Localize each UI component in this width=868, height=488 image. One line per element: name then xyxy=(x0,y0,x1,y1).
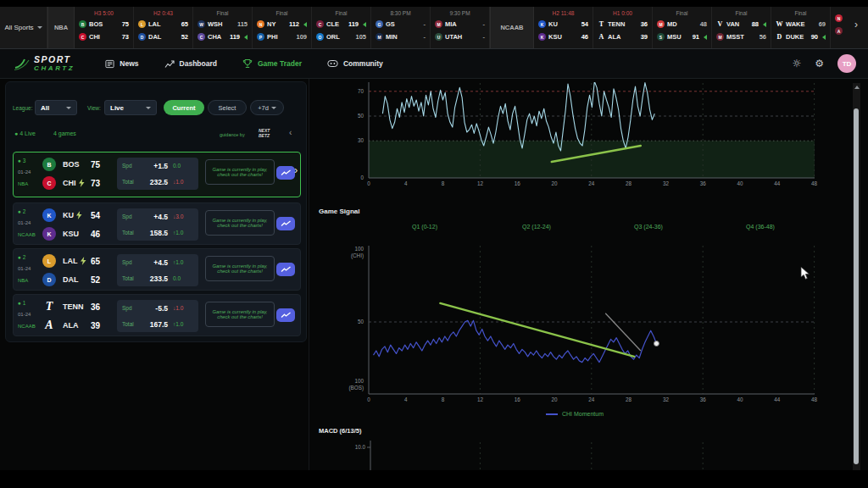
svg-text:28: 28 xyxy=(626,180,632,186)
game-status: H3 5:00 xyxy=(75,9,133,18)
team-score: 56 xyxy=(760,33,766,41)
team-score: 46 xyxy=(581,33,588,41)
team-logo: A xyxy=(835,27,843,35)
rsi-chart[interactable]: 705030004812162024283236404448 xyxy=(358,81,818,186)
team-abbr: CHI xyxy=(89,33,100,41)
signal-trendline-gray xyxy=(605,313,641,351)
game-status: Final xyxy=(193,9,252,18)
scrollbar-up-arrow[interactable] xyxy=(854,86,860,89)
brand-logo[interactable]: SPORT CHARTZ xyxy=(14,55,75,72)
team-row: WWAKE69 xyxy=(771,18,830,30)
svg-text:28: 28 xyxy=(626,396,632,402)
team-row: MMSST56 xyxy=(712,30,771,43)
team-abbr: PHI xyxy=(267,33,278,41)
current-point-dot xyxy=(654,341,659,347)
macd-chart[interactable]: 10.0 xyxy=(355,441,703,470)
ticker-game[interactable]: FinalWWAKE69DDUKE90 xyxy=(771,7,831,48)
nav-item-label: Game Trader xyxy=(258,59,302,68)
team-logo: A xyxy=(598,33,605,41)
winner-arrow-icon xyxy=(763,22,766,27)
ticker-game-partial[interactable]: NA› xyxy=(831,7,868,48)
svg-text:0: 0 xyxy=(367,180,370,186)
nav-item-news[interactable]: News xyxy=(105,58,138,69)
ticker-game[interactable]: FinalMMD48SMSU91 xyxy=(653,7,712,48)
ticker-game[interactable]: H2 11:48KKU54KKSU46 xyxy=(534,7,593,48)
team-abbr: DAL xyxy=(148,33,161,41)
team-score: 69 xyxy=(819,20,826,28)
team-row: GGS- xyxy=(371,18,430,30)
team-row: SMSU91 xyxy=(653,30,711,43)
team-score: 65 xyxy=(181,20,188,28)
team-logo: U xyxy=(435,33,442,41)
team-logo: N xyxy=(835,14,843,22)
team-abbr: CHA xyxy=(208,33,221,41)
team-score: 119 xyxy=(230,33,240,41)
svg-text:12: 12 xyxy=(477,396,484,402)
team-row: N xyxy=(831,12,868,25)
news-icon xyxy=(105,59,114,69)
scrollbar-thumb[interactable] xyxy=(854,108,859,464)
team-logo: M xyxy=(657,20,665,28)
team-abbr: LAL xyxy=(148,20,161,28)
ticker-game[interactable]: FinalVVAN88MMSST56 xyxy=(712,7,771,48)
ticker-league-ncaab: NCAAB xyxy=(490,7,534,48)
ticker-game[interactable]: FinalCCLE119OORL105 xyxy=(312,7,371,48)
theme-brightness-icon[interactable]: ☼ xyxy=(792,58,801,69)
settings-gear-icon[interactable]: ⚙ xyxy=(815,58,824,69)
nav-right: ☼ ⚙ TD xyxy=(792,54,856,73)
team-abbr: NY xyxy=(267,20,275,28)
charts-canvas[interactable]: 705030004812162024283236404448100(CHI)50… xyxy=(0,79,868,470)
nav-item-label: News xyxy=(120,59,138,68)
ticker-game[interactable]: FinalWWSH115CCHA119 xyxy=(193,7,253,48)
game-status: H2 0:43 xyxy=(134,9,192,18)
team-row: KKSU46 xyxy=(534,30,593,43)
team-abbr: VAN xyxy=(726,20,739,28)
game-status: Final xyxy=(771,9,830,18)
svg-text:24: 24 xyxy=(588,396,595,402)
nav-item-label: Community xyxy=(343,59,383,68)
team-logo: W xyxy=(198,20,205,28)
team-row: WWSH115 xyxy=(193,18,252,30)
game-status: Final xyxy=(312,9,370,18)
svg-text:30: 30 xyxy=(358,137,364,143)
team-score: 48 xyxy=(700,20,707,28)
winner-arrow-icon xyxy=(363,22,366,27)
team-abbr: UTAH xyxy=(445,33,462,41)
winner-arrow-icon xyxy=(303,22,307,27)
svg-text:50: 50 xyxy=(358,319,364,324)
ticker-game[interactable]: H1 0:00TTENN36AALA39 xyxy=(593,7,653,48)
nav-item-community[interactable]: Community xyxy=(327,58,383,69)
team-row: LLAL65 xyxy=(134,18,192,30)
ticker-game[interactable]: FinalNNY112PPHI109 xyxy=(253,7,312,48)
team-abbr: ALA xyxy=(608,33,620,41)
team-score: 39 xyxy=(641,33,648,41)
svg-text:8: 8 xyxy=(442,396,445,402)
all-sports-dropdown[interactable]: All Sports xyxy=(0,7,47,48)
team-abbr: TENN xyxy=(608,20,625,28)
svg-text:(BOS): (BOS) xyxy=(349,385,364,391)
svg-text:44: 44 xyxy=(774,180,781,186)
team-row: UUTAH- xyxy=(431,30,489,43)
svg-text:40: 40 xyxy=(737,396,743,402)
game-signal-chart[interactable]: 100(CHI)50100(BOS)0481216202428323640444… xyxy=(349,246,818,402)
team-abbr: KU xyxy=(548,20,558,28)
team-logo: B xyxy=(79,20,86,28)
user-avatar[interactable]: TD xyxy=(837,54,856,73)
team-abbr: MIA xyxy=(445,20,457,28)
team-score: 36 xyxy=(641,20,648,28)
ticker-game[interactable]: H3 5:00BBOS75CCHI73 xyxy=(75,7,134,48)
team-row: DDUKE90 xyxy=(771,30,830,43)
svg-text:4: 4 xyxy=(404,180,408,186)
team-row: DDAL52 xyxy=(134,30,192,43)
team-score: - xyxy=(424,20,426,28)
ticker-game[interactable]: 8:30 PMGGS-MMIN- xyxy=(371,7,431,48)
team-logo: O xyxy=(316,33,324,41)
ticker-game[interactable]: H2 0:43LLAL65DDAL52 xyxy=(134,7,193,48)
nav-item-dashboard[interactable]: Dashboard xyxy=(164,58,217,69)
community-icon xyxy=(327,59,338,68)
ticker-more-arrow[interactable]: › xyxy=(854,19,858,30)
nav-item-game-trader[interactable]: Game Trader xyxy=(242,58,302,69)
team-score: 52 xyxy=(181,33,188,41)
ticker-game[interactable]: 9:30 PMMMIA-UUTAH- xyxy=(431,7,490,48)
top-nav: SPORT CHARTZ News Dashboard xyxy=(0,49,868,79)
